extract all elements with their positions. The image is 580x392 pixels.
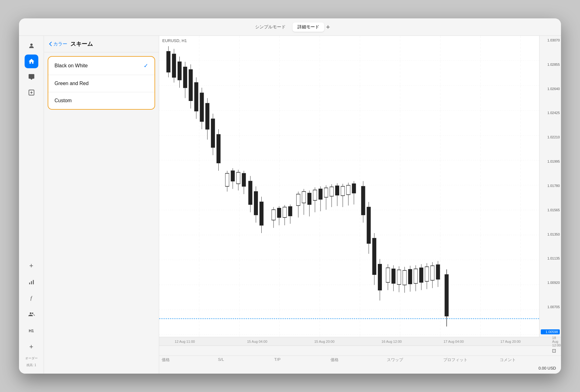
sidebar-icon-home[interactable] <box>25 55 38 68</box>
price-12: 1.00705 <box>541 305 560 309</box>
time-label-7: 18 Aug 12:00 <box>552 336 561 347</box>
svg-rect-59 <box>307 193 311 205</box>
svg-rect-49 <box>277 208 281 218</box>
top-bar: シンプルモード 詳細モード + <box>19 18 561 36</box>
sidebar-people-icon[interactable] <box>25 308 38 321</box>
time-label-1: 12 Aug 11:00 <box>175 340 195 343</box>
svg-rect-53 <box>288 207 292 216</box>
scheme-label-black-on-white: Black on White <box>55 63 88 69</box>
chart-symbol: EURUSD, H1 <box>162 38 187 43</box>
price-6: 1.01995 <box>541 160 560 163</box>
current-price-badge: 1.00598 <box>541 329 560 334</box>
svg-rect-17 <box>178 62 182 80</box>
svg-rect-35 <box>231 171 235 181</box>
sidebar: + ƒ H1 + オーダー 残高: 1 <box>19 36 44 374</box>
svg-rect-73 <box>346 185 350 195</box>
svg-rect-37 <box>236 172 240 184</box>
back-button[interactable]: カラー <box>49 41 67 47</box>
col-profit: プロフィット <box>443 357 500 363</box>
content-area: カラー スキーム Black on White ✓ Green and Red … <box>44 36 561 374</box>
svg-rect-25 <box>200 93 204 122</box>
svg-rect-31 <box>217 134 221 163</box>
svg-rect-33 <box>225 173 229 186</box>
svg-rect-89 <box>397 270 401 284</box>
scheme-panel: カラー スキーム Black on White ✓ Green and Red … <box>44 36 159 374</box>
svg-rect-43 <box>254 192 258 215</box>
chart-header: EURUSD, H1 <box>162 38 187 43</box>
svg-rect-51 <box>283 207 287 218</box>
detail-mode-tab[interactable]: 詳細モード <box>292 22 324 32</box>
scheme-item-custom[interactable]: Custom <box>48 92 155 109</box>
svg-rect-47 <box>272 210 275 220</box>
svg-rect-67 <box>330 187 334 196</box>
panel-header: カラー スキーム <box>44 36 159 52</box>
price-2: 1.02855 <box>541 63 560 66</box>
main-area: + ƒ H1 + オーダー 残高: 1 <box>19 36 561 374</box>
svg-rect-57 <box>302 192 306 203</box>
app-window: シンプルモード 詳細モード + + <box>19 18 561 374</box>
svg-rect-19 <box>183 67 187 88</box>
svg-rect-5 <box>31 281 32 284</box>
col-tp: T/P <box>274 357 331 363</box>
svg-rect-21 <box>189 69 193 101</box>
svg-rect-85 <box>386 268 390 282</box>
panel-title: スキーム <box>70 40 93 48</box>
simple-mode-tab[interactable]: シンプルモード <box>250 22 291 32</box>
scheme-list: Black on White ✓ Green and Red Custom <box>48 56 155 110</box>
svg-rect-13 <box>167 51 170 72</box>
check-icon: ✓ <box>144 62 148 69</box>
sidebar-balance-label: 残高: 1 <box>26 363 36 367</box>
svg-rect-4 <box>29 283 30 284</box>
svg-rect-103 <box>436 265 440 279</box>
svg-rect-79 <box>367 207 371 244</box>
scheme-label-custom: Custom <box>55 98 72 103</box>
sidebar-icon-add-box[interactable] <box>25 86 38 99</box>
svg-rect-45 <box>260 202 264 225</box>
time-label-5: 17 Aug 04:00 <box>444 340 464 343</box>
sidebar-h1-label[interactable]: H1 <box>25 324 38 337</box>
chart-svg <box>159 36 561 337</box>
sidebar-script-icon[interactable]: ƒ <box>25 291 38 305</box>
svg-rect-69 <box>335 186 339 195</box>
scheme-item-black-on-white[interactable]: Black on White ✓ <box>48 57 155 75</box>
svg-rect-91 <box>403 270 406 285</box>
scheme-label-green-and-red: Green and Red <box>55 81 88 86</box>
col-price: 価格 <box>162 357 218 363</box>
svg-rect-11 <box>159 36 561 337</box>
time-label-6: 17 Aug 20:00 <box>501 340 521 343</box>
sidebar-bottom: + ƒ H1 + オーダー 残高: 1 <box>25 259 38 370</box>
svg-rect-83 <box>378 264 382 290</box>
svg-rect-71 <box>341 186 345 196</box>
expand-icon[interactable]: ⊡ <box>552 348 556 354</box>
sidebar-equalizer-icon[interactable] <box>25 275 38 289</box>
sidebar-bottom-plus[interactable]: + <box>25 340 38 354</box>
svg-rect-77 <box>361 186 365 215</box>
sidebar-plus-button[interactable]: + <box>25 259 38 273</box>
col-comment: コメント <box>500 357 556 363</box>
svg-rect-41 <box>249 181 252 204</box>
svg-rect-99 <box>425 267 429 281</box>
price-3: 1.02640 <box>541 87 560 91</box>
svg-rect-29 <box>211 119 215 147</box>
svg-rect-39 <box>242 173 246 186</box>
svg-rect-23 <box>194 83 198 111</box>
svg-rect-65 <box>324 188 328 197</box>
col-swap: スワップ <box>387 357 443 363</box>
price-10: 1.01135 <box>541 256 560 260</box>
svg-rect-61 <box>313 190 317 200</box>
svg-point-0 <box>30 44 32 46</box>
svg-rect-95 <box>414 269 418 284</box>
svg-rect-105 <box>445 275 449 316</box>
svg-rect-63 <box>319 189 322 199</box>
svg-point-8 <box>32 313 33 314</box>
sidebar-icon-chat[interactable] <box>25 70 38 84</box>
svg-rect-55 <box>297 194 300 206</box>
add-tab-button[interactable]: + <box>326 22 330 32</box>
price-axis: 1.03070 1.02855 1.02640 1.02425 1.02210 … <box>539 36 561 337</box>
sidebar-icon-user[interactable] <box>25 39 38 53</box>
price-11: 1.00920 <box>541 281 560 284</box>
time-label-2: 15 Aug 04:00 <box>247 340 267 343</box>
svg-rect-81 <box>373 238 376 275</box>
scheme-item-green-and-red[interactable]: Green and Red <box>48 75 155 92</box>
svg-rect-15 <box>172 54 176 77</box>
